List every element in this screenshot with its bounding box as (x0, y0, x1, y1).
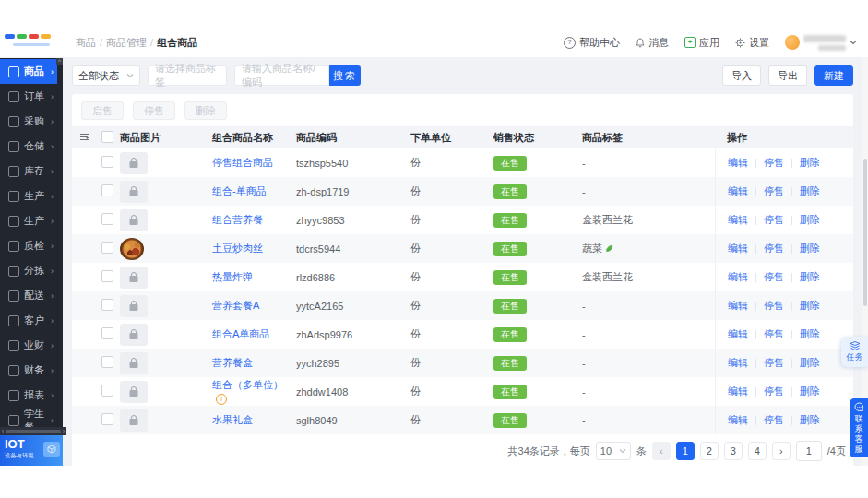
sidebar-item-5[interactable]: 生产 (0, 184, 57, 208)
page-button-1[interactable]: 1 (676, 442, 695, 460)
product-thumbnail-placeholder[interactable] (120, 209, 148, 231)
row-checkbox[interactable] (101, 270, 113, 282)
sidebar-item-10[interactable]: 客户 (0, 308, 57, 333)
page-button-4[interactable]: 4 (748, 442, 767, 460)
sidebar-item-12[interactable]: 财务 (0, 358, 57, 383)
product-name-link[interactable]: 营养套餐A (212, 300, 259, 311)
product-name-link[interactable]: 热量炸弹 (212, 271, 253, 282)
stop-sale-link[interactable]: 停售 (764, 213, 784, 227)
product-photo[interactable] (120, 238, 144, 260)
sidebar-item-0[interactable]: 商品 (0, 59, 57, 84)
row-checkbox[interactable] (101, 356, 113, 368)
product-name-link[interactable]: 水果礼盒 (212, 414, 253, 425)
delete-link[interactable]: 删除 (800, 356, 820, 370)
page-size-select[interactable]: 10 (596, 442, 631, 460)
breadcrumb-item[interactable]: 商品管理 (106, 36, 147, 50)
bulk-delete-button[interactable]: 删除 (184, 101, 227, 120)
row-checkbox[interactable] (101, 213, 113, 225)
product-name-link[interactable]: 组合（多单位） (212, 379, 283, 390)
product-thumbnail-placeholder[interactable] (120, 409, 148, 432)
product-thumbnail-placeholder[interactable] (120, 352, 148, 374)
sidebar-item-1[interactable]: 订单 (0, 84, 57, 109)
tasks-floating-button[interactable]: 任务 (841, 337, 868, 367)
sidebar-item-13[interactable]: 报表 (0, 383, 57, 408)
sidebar-item-3[interactable]: 仓储 (0, 134, 57, 159)
stop-sale-link[interactable]: 停售 (764, 356, 784, 370)
sidebar-item-9[interactable]: 配送 (0, 283, 57, 308)
delete-link[interactable]: 删除 (800, 184, 820, 198)
brand-logo[interactable] (0, 28, 63, 57)
edit-link[interactable]: 编辑 (728, 327, 748, 341)
breadcrumb-item[interactable]: 商品 (76, 36, 96, 50)
delete-link[interactable]: 删除 (800, 213, 820, 227)
bulk-enable-button[interactable]: 启售 (81, 101, 124, 120)
sidebar-item-6[interactable]: 生产 (0, 208, 57, 233)
stop-sale-link[interactable]: 停售 (764, 184, 784, 198)
edit-link[interactable]: 编辑 (728, 299, 748, 313)
row-checkbox[interactable] (101, 413, 113, 425)
bulk-disable-button[interactable]: 停售 (133, 101, 175, 120)
search-button[interactable]: 搜索 (329, 65, 361, 86)
contact-support-button[interactable]: 联系客服 (850, 398, 868, 457)
next-page-button[interactable]: › (772, 442, 791, 460)
product-name-link[interactable]: 组合营养餐 (212, 214, 263, 225)
info-icon[interactable]: i (216, 394, 227, 405)
user-menu[interactable] (785, 35, 857, 51)
product-name-link[interactable]: 组合A单商品 (212, 328, 269, 339)
row-checkbox[interactable] (101, 242, 113, 254)
sidebar-item-7[interactable]: 质检 (0, 233, 57, 258)
product-thumbnail-placeholder[interactable] (120, 295, 148, 317)
sidebar-scroll-up[interactable]: ˄ (56, 57, 63, 65)
product-thumbnail-placeholder[interactable] (120, 381, 148, 403)
stop-sale-link[interactable]: 停售 (764, 413, 784, 427)
page-button-2[interactable]: 2 (700, 442, 719, 460)
edit-link[interactable]: 编辑 (728, 156, 748, 170)
row-checkbox[interactable] (101, 327, 113, 339)
edit-link[interactable]: 编辑 (728, 356, 748, 370)
stop-sale-link[interactable]: 停售 (764, 156, 784, 170)
sidebar-hscrollbar[interactable]: ‹ › (0, 427, 66, 435)
scrollbar-thumb[interactable] (863, 159, 867, 306)
prev-page-button[interactable]: ‹ (652, 442, 671, 460)
edit-link[interactable]: 编辑 (728, 242, 748, 255)
sidebar-item-4[interactable]: 库存 (0, 159, 57, 184)
edit-link[interactable]: 编辑 (728, 213, 748, 227)
delete-link[interactable]: 删除 (800, 413, 820, 427)
delete-link[interactable]: 删除 (800, 270, 820, 284)
sidebar-item-11[interactable]: 业财 (0, 333, 57, 358)
delete-link[interactable]: 删除 (800, 385, 820, 398)
product-thumbnail-placeholder[interactable] (120, 152, 148, 174)
column-settings-icon[interactable] (79, 132, 101, 144)
hscroll-right-arrow[interactable]: › (63, 428, 65, 434)
hscroll-left-arrow[interactable]: ‹ (2, 428, 4, 434)
edit-link[interactable]: 编辑 (728, 184, 748, 198)
messages-button[interactable]: 消息 (636, 36, 669, 50)
sidebar-item-8[interactable]: 分拣 (0, 258, 57, 283)
delete-link[interactable]: 删除 (800, 242, 820, 255)
help-center-button[interactable]: ? 帮助中心 (564, 36, 620, 50)
product-name-link[interactable]: 土豆炒肉丝 (212, 243, 263, 254)
keyword-search-input[interactable]: 请输入商品名称/编码 (234, 65, 329, 86)
product-name-link[interactable]: 组合-单商品 (212, 185, 267, 196)
stop-sale-link[interactable]: 停售 (764, 385, 784, 398)
row-checkbox[interactable] (101, 156, 113, 168)
export-button[interactable]: 导出 (768, 65, 807, 86)
product-name-link[interactable]: 停售组合商品 (212, 157, 273, 168)
stop-sale-link[interactable]: 停售 (764, 270, 784, 284)
stop-sale-link[interactable]: 停售 (764, 327, 784, 341)
delete-link[interactable]: 删除 (800, 156, 820, 170)
import-button[interactable]: 导入 (722, 65, 761, 86)
product-thumbnail-placeholder[interactable] (120, 324, 148, 346)
select-all-checkbox[interactable] (101, 131, 113, 143)
row-checkbox[interactable] (101, 385, 113, 397)
status-filter-select[interactable]: 全部状态 (72, 65, 140, 86)
row-checkbox[interactable] (101, 299, 113, 311)
product-name-link[interactable]: 营养餐盒 (212, 357, 253, 368)
product-thumbnail-placeholder[interactable] (120, 181, 148, 203)
row-checkbox[interactable] (101, 184, 113, 196)
settings-button[interactable]: 设置 (735, 36, 769, 50)
page-jump-input[interactable]: 1 (796, 441, 822, 461)
iot-banner[interactable]: IOT 设备与环境 (0, 435, 63, 466)
delete-link[interactable]: 删除 (800, 327, 820, 341)
tag-filter-input[interactable]: 请选择商品标签 (148, 65, 227, 86)
